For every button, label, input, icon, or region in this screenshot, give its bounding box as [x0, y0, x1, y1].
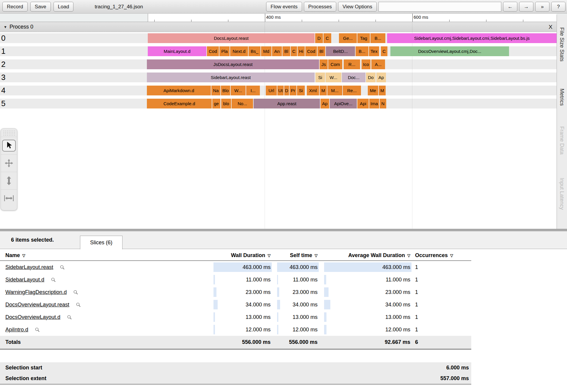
flame-slice[interactable]: JsDocsLayout.reast — [147, 59, 319, 69]
flame-slice[interactable]: A... — [371, 59, 385, 69]
flame-slice[interactable]: Pla — [219, 46, 230, 56]
flame-slice[interactable]: Bl — [282, 46, 290, 56]
side-tab-input-latency[interactable]: Input Latency — [559, 178, 565, 210]
slice-name-link[interactable]: SidebarLayout.d — [5, 277, 44, 283]
flame-slice[interactable]: Do — [366, 73, 376, 82]
flame-slice[interactable]: M — [320, 86, 327, 95]
flame-slice[interactable]: D — [284, 86, 289, 95]
flame-slice[interactable]: ge — [212, 99, 220, 108]
flame-slice[interactable]: ApiMarkdown.d — [147, 86, 211, 95]
flame-slice[interactable]: Pr — [290, 86, 296, 95]
flame-slice[interactable]: DocsLayout.reast — [148, 33, 315, 43]
flame-slice[interactable]: An — [272, 46, 282, 56]
side-tab-metrics[interactable]: Metrics — [559, 89, 565, 106]
collapse-triangle-icon[interactable]: ▼ — [4, 25, 7, 29]
flame-slice[interactable]: Hi — [298, 46, 305, 56]
close-process-icon[interactable]: X — [549, 24, 552, 30]
slice-name-link[interactable]: WarningFlagDescription.d — [5, 289, 67, 295]
slice-name-link[interactable]: SidebarLayout.reast — [5, 264, 53, 270]
flame-slice[interactable]: Api — [357, 99, 369, 108]
flow-events-button[interactable]: Flow events — [266, 2, 302, 12]
tab-slices[interactable]: Slices (6) — [80, 236, 122, 249]
selection-tool-button[interactable] — [1, 137, 17, 154]
flame-slice[interactable]: C — [323, 33, 331, 43]
magnifier-icon[interactable] — [35, 327, 40, 332]
side-tab-frame-data[interactable]: Frame Data — [559, 126, 565, 155]
flame-slice[interactable]: Cod — [207, 46, 219, 56]
column-header-occurrences[interactable]: Occurrences ▽ — [414, 252, 471, 259]
flame-slice[interactable]: Bs_ — [249, 46, 260, 56]
flame-slice[interactable]: N — [380, 99, 386, 108]
flame-slice[interactable]: Me — [368, 86, 378, 95]
flame-slice[interactable]: ApiOve... — [330, 99, 357, 108]
flame-slice[interactable]: Ap — [376, 73, 386, 82]
flame-slice[interactable]: Blo — [221, 86, 230, 95]
flame-slice[interactable]: Re... — [343, 86, 361, 95]
flame-slice[interactable]: Xml — [307, 86, 319, 95]
flame-slice[interactable]: Doc... — [342, 73, 365, 82]
magnifier-icon[interactable] — [73, 290, 78, 295]
side-tab-file-size-stats[interactable]: File Size Stats — [559, 27, 565, 62]
flame-slice[interactable]: Md — [261, 46, 271, 56]
flame-slice[interactable]: App.reast — [254, 99, 320, 108]
slice-name-link[interactable]: ApiIntro.d — [5, 327, 28, 333]
flame-slice[interactable]: Tag — [357, 33, 370, 43]
flame-slice[interactable]: Bl — [318, 46, 325, 56]
save-button[interactable]: Save — [30, 2, 51, 12]
magnifier-icon[interactable] — [51, 277, 56, 282]
magnifier-icon[interactable] — [67, 315, 72, 320]
flame-slice[interactable]: MainLayout.d — [148, 46, 206, 56]
find-previous-button[interactable]: ← — [503, 2, 517, 12]
slice-name-link[interactable]: DocsOverviewLayout.d — [5, 314, 60, 320]
column-header-average-wall-duration[interactable]: Average Wall Duration ▽ — [324, 252, 411, 259]
flame-slice[interactable]: blo — [221, 99, 231, 108]
flame-slice[interactable]: B... — [370, 33, 385, 43]
flame-slice[interactable]: CodeExample.d — [147, 99, 212, 108]
processes-button[interactable]: Processes — [304, 2, 336, 12]
flame-slice[interactable]: C — [381, 46, 387, 56]
search-input[interactable] — [378, 2, 501, 12]
flame-slice[interactable]: Ap — [321, 99, 329, 108]
palette-drag-grip[interactable] — [3, 130, 15, 137]
flame-slice[interactable]: Ut — [277, 86, 284, 95]
flame-slice[interactable]: D — [315, 33, 323, 43]
flame-slice[interactable]: DocsOverviewLayout.cmj,Doc... — [390, 46, 509, 56]
load-button[interactable]: Load — [54, 2, 74, 12]
column-header-wall-duration[interactable]: Wall Duration ▽ — [213, 252, 272, 259]
flame-slice[interactable]: SidebarLayout.cmj,SidebarLayout.cmi,Side… — [387, 33, 557, 43]
flame-slice[interactable]: Na — [211, 86, 220, 95]
flame-slice[interactable]: Next.d — [230, 46, 248, 56]
flame-slice[interactable]: Com — [328, 59, 342, 69]
find-next-button[interactable]: → — [519, 2, 533, 12]
flame-slice[interactable]: Si — [315, 73, 325, 82]
panel-splitter[interactable] — [0, 229, 567, 231]
flame-slice[interactable]: W... — [326, 73, 341, 82]
record-button[interactable]: Record — [2, 2, 28, 12]
slice-name-link[interactable]: DocsOverviewLayout.reast — [5, 302, 69, 308]
help-button[interactable]: ? — [551, 2, 566, 12]
process-header[interactable]: ▼ Process 0 X — [0, 22, 557, 32]
ruler-track[interactable]: 400 ms600 ms — [148, 14, 557, 22]
flame-slice[interactable]: Tex — [369, 46, 379, 56]
flame-slice[interactable]: Cod — [305, 46, 317, 56]
flame-slice[interactable]: M... — [327, 86, 342, 95]
zoom-tool-button[interactable] — [1, 172, 17, 189]
flame-slice[interactable]: W... — [231, 86, 246, 95]
flame-slice[interactable]: C — [291, 46, 297, 56]
flame-slice[interactable]: Ima — [369, 99, 379, 108]
timing-tool-button[interactable] — [1, 189, 17, 207]
magnifier-icon[interactable] — [76, 302, 81, 307]
view-options-button[interactable]: View Options — [338, 2, 377, 12]
flame-slice[interactable]: Js — [320, 59, 328, 69]
flame-slice[interactable]: Ge... — [339, 33, 357, 43]
flame-slice[interactable]: Si — [297, 86, 305, 95]
magnifier-icon[interactable] — [60, 265, 65, 270]
flame-slice[interactable]: Url — [266, 86, 277, 95]
flame-slice[interactable]: R... — [344, 59, 360, 69]
column-header-self-time[interactable]: Self time ▽ — [277, 252, 319, 259]
flame-slice[interactable]: SidebarLayout.reast — [147, 73, 315, 82]
flame-slice[interactable]: BeltD... — [326, 46, 355, 56]
flame-slice[interactable]: No... — [232, 99, 253, 108]
flame-slice[interactable]: I... — [246, 86, 260, 95]
flame-slice[interactable]: M — [379, 86, 386, 95]
